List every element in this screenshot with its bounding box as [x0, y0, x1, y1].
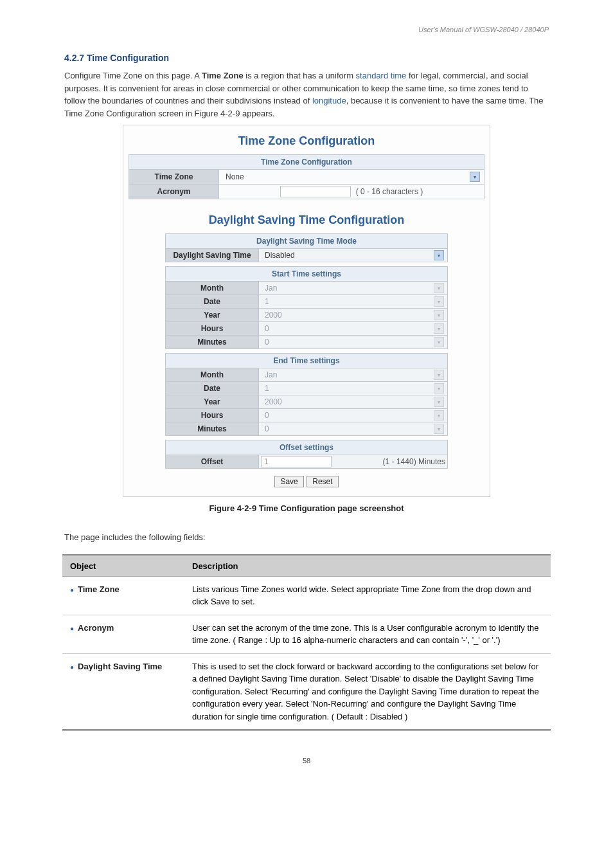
dst-value: Disabled — [262, 249, 298, 261]
end-hours-label: Hours — [166, 409, 259, 422]
end-minutes-select[interactable]: 0▾ — [259, 422, 448, 436]
chevron-down-icon: ▾ — [434, 337, 444, 347]
offset-input[interactable] — [261, 456, 332, 467]
end-date-label: Date — [166, 382, 259, 395]
start-month-label: Month — [166, 282, 259, 295]
figure-caption: Figure 4-2-9 Time Configuration page scr… — [0, 503, 613, 513]
save-button[interactable]: Save — [274, 476, 303, 487]
dst-select[interactable]: Disabled ▾ — [259, 249, 448, 262]
chevron-down-icon: ▾ — [434, 283, 444, 293]
dst-mode-table: Daylight Saving Time Mode Daylight Savin… — [165, 233, 448, 262]
offset-hint: (1 - 1440) Minutes — [383, 457, 445, 466]
acronym-input[interactable] — [280, 186, 351, 197]
start-time-section: Start Time settings — [166, 267, 448, 282]
start-hours-label: Hours — [166, 322, 259, 336]
end-year-label: Year — [166, 395, 259, 409]
section-title: 4.2.7 Time Configuration — [64, 53, 549, 63]
end-hours-value: 0 — [262, 410, 272, 421]
end-year-value: 2000 — [262, 396, 285, 408]
intro-text: Configure Time Zone on this page. A Time… — [64, 69, 549, 120]
row-desc: User can set the acronym of the time zon… — [184, 615, 551, 653]
start-date-select[interactable]: 1▾ — [259, 295, 448, 309]
reset-button[interactable]: Reset — [306, 476, 338, 487]
dst-heading: Daylight Saving Time Configuration — [129, 213, 484, 227]
product-header: User's Manual of WGSW-28040 / 28040P — [0, 26, 549, 33]
row-object: Daylight Saving Time — [78, 662, 162, 671]
desc-intro: The page includes the following fields: — [64, 531, 549, 544]
chevron-down-icon: ▾ — [434, 383, 444, 393]
page-number: 58 — [0, 757, 613, 764]
row-object: Time Zone — [78, 584, 120, 594]
end-time-section: End Time settings — [166, 354, 448, 368]
start-hours-value: 0 — [262, 323, 272, 334]
chevron-down-icon: ▾ — [434, 410, 444, 420]
bullet-icon: ● — [70, 624, 74, 633]
timezone-label: Time Zone — [129, 170, 219, 185]
chevron-down-icon: ▾ — [434, 370, 444, 380]
start-year-label: Year — [166, 309, 259, 322]
tz-section-header: Time Zone Configuration — [129, 155, 484, 170]
end-month-value: Jan — [262, 369, 280, 381]
offset-section: Offset settings — [166, 440, 448, 455]
start-month-value: Jan — [262, 282, 280, 294]
end-month-label: Month — [166, 368, 259, 382]
end-hours-select[interactable]: 0▾ — [259, 409, 448, 422]
start-year-value: 2000 — [262, 309, 285, 321]
end-year-select[interactable]: 2000▾ — [259, 395, 448, 409]
end-minutes-label: Minutes — [166, 422, 259, 436]
end-minutes-value: 0 — [262, 423, 272, 435]
start-minutes-select[interactable]: 0▾ — [259, 336, 448, 349]
start-minutes-value: 0 — [262, 336, 272, 348]
offset-table: Offset settings Offset (1 - 1440) Minute… — [165, 440, 448, 469]
start-year-select[interactable]: 2000▾ — [259, 309, 448, 322]
row-desc: Lists various Time Zones world wide. Sel… — [184, 576, 551, 615]
bullet-icon: ● — [70, 662, 74, 672]
chevron-down-icon: ▾ — [434, 397, 444, 407]
acronym-label: Acronym — [129, 185, 219, 199]
acronym-hint: ( 0 - 16 characters ) — [356, 187, 423, 196]
table-row: ●Time Zone Lists various Time Zones worl… — [62, 576, 551, 615]
chevron-down-icon: ▾ — [434, 323, 444, 334]
dst-label: Daylight Saving Time — [166, 249, 259, 262]
chevron-down-icon: ▾ — [434, 424, 444, 434]
end-time-table: End Time settings Month Jan▾ Date 1▾ Yea… — [165, 353, 448, 436]
offset-label: Offset — [166, 455, 259, 469]
end-date-value: 1 — [262, 383, 272, 394]
start-minutes-label: Minutes — [166, 336, 259, 349]
start-hours-select[interactable]: 0▾ — [259, 322, 448, 336]
timezone-value: None — [223, 171, 247, 183]
col-object: Object — [62, 555, 184, 576]
time-zone-table: Time Zone Configuration Time Zone None ▾… — [129, 154, 484, 199]
col-description: Description — [184, 555, 551, 576]
start-month-select[interactable]: Jan▾ — [259, 282, 448, 295]
chevron-down-icon: ▾ — [434, 296, 444, 307]
table-row: ●Acronym User can set the acronym of the… — [62, 615, 551, 653]
table-row: ●Daylight Saving Time This is used to se… — [62, 653, 551, 730]
chevron-down-icon[interactable]: ▾ — [470, 172, 480, 182]
bullet-icon: ● — [70, 585, 74, 595]
row-object: Acronym — [78, 623, 114, 633]
start-date-label: Date — [166, 295, 259, 309]
dst-mode-section: Daylight Saving Time Mode — [166, 234, 448, 249]
start-time-table: Start Time settings Month Jan▾ Date 1▾ Y… — [165, 266, 448, 349]
row-desc: This is used to set the clock forward or… — [184, 653, 551, 730]
chevron-down-icon[interactable]: ▾ — [434, 250, 444, 260]
timezone-select[interactable]: None ▾ — [219, 170, 484, 185]
object-description-table: Object Description ●Time Zone Lists vari… — [62, 554, 551, 732]
end-date-select[interactable]: 1▾ — [259, 382, 448, 395]
page-title: Time Zone Configuration — [129, 134, 484, 148]
chevron-down-icon: ▾ — [434, 310, 444, 320]
start-date-value: 1 — [262, 296, 272, 307]
figure-time-zone-config: Time Zone Configuration Time Zone Config… — [123, 125, 490, 497]
end-month-select[interactable]: Jan▾ — [259, 368, 448, 382]
